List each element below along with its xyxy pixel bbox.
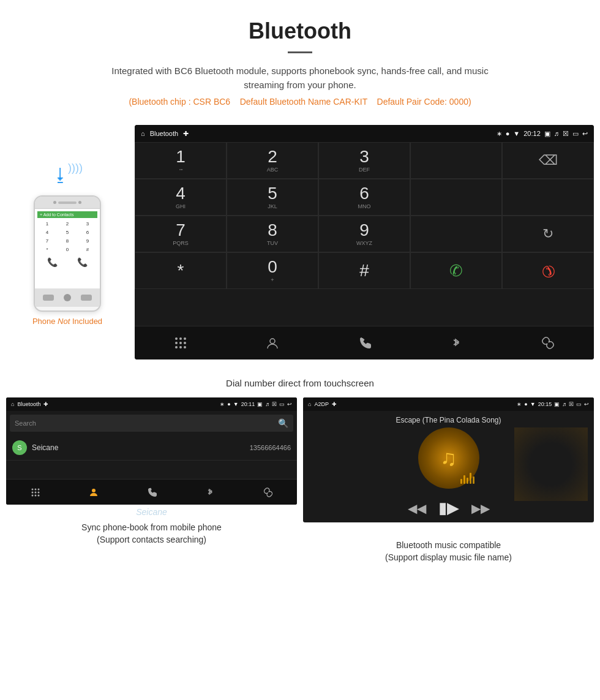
phone-call-buttons: 📞 📞 — [37, 257, 97, 267]
dial-call-button[interactable]: ✆ — [410, 252, 502, 289]
seicane-watermark: Seicane — [6, 507, 297, 517]
back-icon: ↩ — [582, 130, 588, 138]
phone-camera-dot — [53, 201, 56, 204]
svg-point-11 — [34, 488, 36, 490]
dial-key-8[interactable]: 8 TUV — [227, 216, 318, 252]
backspace-icon: ⌫ — [539, 152, 558, 168]
music-usb-icon: ✚ — [332, 401, 337, 407]
svg-point-13 — [31, 491, 33, 493]
dialpad-grid: 1 ┉ 2 ABC 3 DEF ⌫ 4 GHI — [135, 142, 594, 326]
phone-call-icon: 📞 — [77, 257, 88, 267]
contacts-screen-wrap: ⌂ Bluetooth ✚ ∗ ● ▼ 20:11 ▣ ♬ ☒ ▭ ↩ Sear… — [6, 397, 297, 563]
contacts-nav-dialpad[interactable] — [6, 480, 64, 505]
svg-point-0 — [175, 337, 178, 340]
music-controls: ◀◀ ▮▶ ▶▶ — [303, 494, 594, 522]
wifi-icon: ▼ — [513, 130, 520, 137]
dial-key-0[interactable]: 0 + — [227, 252, 318, 289]
contacts-nav-link[interactable] — [239, 480, 297, 505]
call-end-icon: ✆ — [536, 259, 559, 282]
svg-point-9 — [270, 339, 275, 344]
dial-key-2[interactable]: 2 ABC — [227, 142, 318, 179]
phone-not-included-label: Phone Not Included — [32, 317, 102, 326]
statusbar-left: ⌂ Bluetooth ✚ — [141, 130, 189, 138]
contacts-usb-icon: ✚ — [43, 401, 48, 407]
dial-key-4[interactable]: 4 GHI — [135, 179, 227, 216]
search-icon[interactable]: 🔍 — [278, 418, 288, 428]
dial-caption: Dial number direct from touchscreen — [0, 378, 600, 388]
music-album-area: ♫ — [303, 427, 594, 489]
contact-row[interactable]: S Seicane 13566664466 — [6, 435, 297, 461]
music-screen: ⌂ A2DP ✚ ∗ ● ▼ 20:15 ▣ ♬ ☒ ▭ ↩ Escape (T… — [303, 397, 594, 522]
nav-bluetooth-icon[interactable] — [410, 326, 502, 359]
dial-redial[interactable]: ↻ — [502, 216, 594, 252]
call-green-icon: ✆ — [449, 262, 463, 280]
dial-key-7[interactable]: 7 PQRS — [135, 216, 227, 252]
svg-point-7 — [179, 346, 182, 348]
phone-home-btn — [64, 294, 71, 301]
svg-point-17 — [34, 494, 36, 496]
location-icon: ● — [506, 130, 510, 137]
header-specs: (Bluetooth chip : CSR BC6 Default Blueto… — [0, 97, 600, 107]
dial-key-1[interactable]: 1 ┉ — [135, 142, 227, 179]
contacts-screen: ⌂ Bluetooth ✚ ∗ ● ▼ 20:11 ▣ ♬ ☒ ▭ ↩ Sear… — [6, 397, 297, 505]
phone-top-bar — [35, 197, 100, 209]
equalizer-bars — [460, 473, 474, 484]
svg-point-18 — [37, 494, 39, 496]
svg-point-2 — [184, 337, 186, 340]
phone-screen: + Add to Contacts 123 456 789 *0# 📞 📞 — [35, 209, 100, 288]
dial-end-button[interactable]: ✆ — [502, 252, 594, 289]
header-description: Integrated with BC6 Bluetooth module, su… — [92, 64, 508, 92]
dial-key-3[interactable]: 3 DEF — [318, 142, 410, 179]
next-track-button[interactable]: ▶▶ — [471, 501, 490, 516]
svg-point-12 — [37, 488, 39, 490]
eq-bar — [463, 475, 465, 484]
nav-link-icon[interactable] — [502, 326, 594, 359]
contacts-nav-bt[interactable] — [181, 480, 239, 505]
music-home-icon: ⌂ — [308, 401, 311, 407]
svg-point-16 — [31, 494, 33, 496]
contacts-nav-person[interactable] — [64, 480, 122, 505]
phone-speaker — [58, 201, 77, 204]
contacts-nav-call[interactable] — [122, 480, 181, 505]
phone-back-btn — [43, 295, 54, 301]
dial-statusbar: ⌂ Bluetooth ✚ ∗ ● ▼ 20:12 ▣ ♬ ☒ ▭ ↩ — [135, 125, 594, 142]
time-display: 20:12 — [523, 130, 541, 137]
contacts-bt-icon: ∗ — [220, 401, 225, 407]
contacts-statusbar: ⌂ Bluetooth ✚ ∗ ● ▼ 20:11 ▣ ♬ ☒ ▭ ↩ — [6, 397, 297, 411]
dial-empty-3 — [502, 179, 594, 216]
svg-point-14 — [34, 491, 36, 493]
redial-icon: ↻ — [542, 226, 553, 242]
volume-icon: ♬ — [554, 130, 559, 137]
home-icon: ⌂ — [141, 130, 145, 137]
nav-call-log-icon[interactable] — [318, 326, 410, 359]
music-caption: Bluetooth music compatible (Support disp… — [303, 540, 594, 563]
play-pause-button[interactable]: ▮▶ — [438, 499, 459, 517]
dial-key-star[interactable]: * — [135, 252, 227, 289]
dial-key-5[interactable]: 5 JKL — [227, 179, 318, 216]
seicane-watermark-2 — [303, 525, 594, 535]
dial-nav-bar — [135, 326, 594, 359]
dial-key-9[interactable]: 9 WXYZ — [318, 216, 410, 252]
nav-dialpad-icon[interactable] — [135, 326, 227, 359]
phone-end-icon: 📞 — [47, 257, 58, 267]
eq-bar — [467, 478, 468, 484]
prev-track-button[interactable]: ◀◀ — [408, 501, 426, 516]
dial-screen-container: ⌂ Bluetooth ✚ ∗ ● ▼ 20:12 ▣ ♬ ☒ ▭ ↩ — [135, 125, 594, 359]
album-glow — [514, 427, 588, 501]
dial-key-hash[interactable]: # — [318, 252, 410, 289]
bluetooth-waves-icon: )))) — [68, 162, 83, 175]
svg-point-5 — [184, 342, 186, 344]
camera-icon: ▣ — [544, 130, 550, 138]
contacts-search-bar[interactable]: Search 🔍 — [10, 415, 293, 432]
bluetooth-icon-area: ⭳ )))) — [52, 162, 83, 192]
statusbar-app-name: Bluetooth — [150, 130, 178, 137]
dial-key-6[interactable]: 6 MNO — [318, 179, 410, 216]
nav-contacts-icon[interactable] — [227, 326, 318, 359]
search-placeholder: Search — [15, 420, 278, 427]
header-divider — [288, 51, 312, 53]
bluetooth-symbol-icon: ⭳ — [52, 165, 69, 185]
dial-backspace[interactable]: ⌫ — [502, 142, 594, 179]
phone-sensor-dot — [78, 201, 81, 204]
contacts-home-icon: ⌂ — [11, 401, 14, 407]
page-header: Bluetooth Integrated with BC6 Bluetooth … — [0, 0, 600, 125]
